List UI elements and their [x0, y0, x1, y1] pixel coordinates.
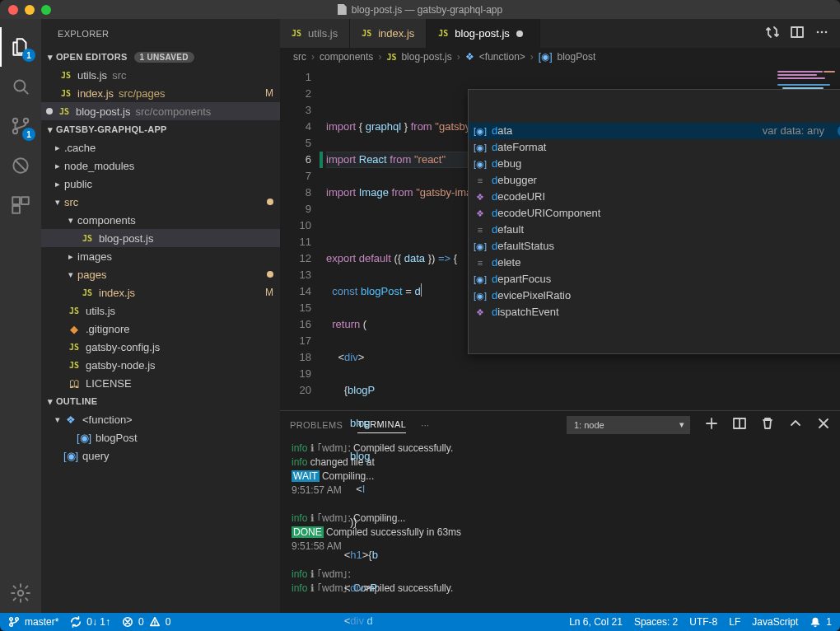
- symbol-variable-icon: [◉]: [64, 449, 77, 462]
- project-header[interactable]: ▾ GATSBY-GRAPHQL-APP: [41, 120, 280, 138]
- file-item[interactable]: JSgatsby-node.js: [41, 356, 280, 374]
- file-item[interactable]: JSutils.js: [41, 301, 280, 320]
- editor-tab[interactable]: JSutils.js: [280, 19, 350, 48]
- outline-item[interactable]: ▾❖<function>: [41, 410, 280, 428]
- tab-label: utils.js: [308, 27, 338, 40]
- activity-explorer[interactable]: 1: [0, 27, 41, 67]
- svg-point-11: [821, 30, 824, 33]
- svg-rect-7: [12, 206, 20, 213]
- git-branch-icon: [8, 616, 20, 628]
- file-item[interactable]: 🕮LICENSE: [41, 374, 280, 392]
- open-editor-path: src: [112, 69, 126, 82]
- js-file-icon: JS: [59, 86, 72, 100]
- file-icon: [338, 4, 347, 15]
- file-label: blog-post.js: [99, 232, 273, 245]
- folder-item[interactable]: ▾components: [41, 211, 280, 229]
- activity-settings[interactable]: [0, 573, 41, 613]
- open-editor-item[interactable]: JS index.jssrc/pages M: [41, 84, 280, 102]
- breadcrumb-item[interactable]: src: [293, 51, 306, 63]
- status-git-branch[interactable]: master*: [8, 616, 58, 628]
- activity-scm[interactable]: 1: [0, 106, 41, 146]
- suggest-item[interactable]: ❖decodeURI: [469, 189, 840, 205]
- suggest-item[interactable]: [◉]dateFormat: [469, 139, 840, 156]
- status-warnings: 0: [166, 616, 171, 628]
- suggest-item[interactable]: ❖decodeURIComponent: [469, 205, 840, 222]
- breadcrumb-item[interactable]: blogPost: [558, 51, 596, 63]
- breadcrumb-item[interactable]: blog-post.js: [401, 51, 451, 63]
- js-file-icon: JS: [58, 105, 71, 118]
- status-problems[interactable]: 0 0: [122, 616, 170, 628]
- folder-item[interactable]: ▸public: [41, 175, 280, 193]
- js-file-icon: JS: [362, 29, 371, 38]
- suggest-item[interactable]: [◉]defaultStatus: [469, 238, 840, 255]
- suggest-item[interactable]: ≡delete: [469, 255, 840, 271]
- split-editor-icon[interactable]: [791, 26, 804, 42]
- chevron-down-icon: ▾: [53, 414, 63, 425]
- folder-label: .cache: [64, 142, 273, 154]
- open-editors-badge: 1 UNSAVED: [134, 52, 194, 63]
- compare-changes-icon[interactable]: [766, 26, 779, 42]
- open-editor-item[interactable]: JS blog-post.jssrc/components: [41, 102, 280, 120]
- warning-icon: [149, 616, 161, 628]
- svg-point-8: [18, 591, 24, 596]
- open-editors-header[interactable]: ▾ OPEN EDITORS 1 UNSAVED: [41, 48, 280, 66]
- folder-item[interactable]: ▸.cache: [41, 138, 280, 157]
- breadcrumbs[interactable]: src › components › JS blog-post.js › ❖ <…: [280, 48, 840, 66]
- suggest-item[interactable]: [◉]departFocus: [469, 271, 840, 287]
- open-editor-path: src/pages: [119, 87, 165, 100]
- outline-header[interactable]: ▾ OUTLINE: [41, 392, 280, 410]
- outline-item[interactable]: [◉]query: [41, 446, 280, 465]
- editor-tab[interactable]: JSindex.js: [350, 19, 427, 48]
- svg-rect-6: [21, 197, 29, 204]
- tab-label: index.js: [378, 27, 414, 40]
- file-label: LICENSE: [86, 377, 273, 390]
- symbol-variable-icon: [◉]: [474, 240, 487, 253]
- breadcrumb-item[interactable]: components: [320, 51, 373, 63]
- svg-point-10: [817, 30, 819, 33]
- suggest-label: dateFormat: [492, 139, 546, 156]
- folder-item[interactable]: ▾src: [41, 193, 280, 211]
- svg-rect-5: [12, 197, 20, 204]
- activity-search[interactable]: [0, 67, 41, 106]
- symbol-function-icon: ❖: [474, 190, 487, 203]
- project-label: GATSBY-GRAPHQL-APP: [56, 124, 167, 134]
- open-editor-item[interactable]: JS utils.jssrc: [41, 66, 280, 84]
- outline-tree: ▾❖<function> [◉]blogPost [◉]query: [41, 410, 280, 465]
- folder-item[interactable]: ▸images: [41, 247, 280, 265]
- editor-tab[interactable]: JSblog-post.js: [427, 19, 540, 48]
- code-content[interactable]: import { graphql } from "gatsby" import …: [326, 66, 840, 410]
- code-editor[interactable]: 1234567891011121314151617181920 import {…: [280, 66, 840, 410]
- activity-extensions[interactable]: [0, 185, 41, 225]
- suggest-item[interactable]: [◉]devicePixelRatio: [469, 287, 840, 304]
- suggest-item[interactable]: ❖dispatchEvent: [469, 304, 840, 320]
- suggest-label: decodeURI: [492, 189, 545, 205]
- chevron-right-icon: ▸: [53, 179, 63, 189]
- suggest-widget[interactable]: [◉]datavar data: anyi[◉]dateFormat[◉]deb…: [468, 89, 840, 354]
- chevron-down-icon: ▾: [66, 269, 76, 280]
- outline-item[interactable]: [◉]blogPost: [41, 428, 280, 446]
- file-label: utils.js: [86, 305, 273, 317]
- more-actions-icon[interactable]: [815, 26, 828, 42]
- suggest-item[interactable]: ≡default: [469, 222, 840, 238]
- symbol-keyword-icon: ≡: [474, 256, 487, 269]
- chevron-right-icon: ▸: [53, 143, 63, 153]
- folder-label: images: [77, 250, 273, 263]
- file-item[interactable]: JSgatsby-config.js: [41, 338, 280, 356]
- activity-debug[interactable]: [0, 146, 41, 185]
- open-editors-list: JS utils.jssrc JS index.jssrc/pages M JS…: [41, 66, 280, 120]
- modified-indicator: M: [265, 287, 273, 298]
- file-item[interactable]: JSblog-post.js: [41, 229, 280, 247]
- project-tree: ▸.cache ▸node_modules ▸public ▾src ▾comp…: [41, 138, 280, 392]
- status-errors: 0: [138, 616, 144, 628]
- file-item[interactable]: JSindex.jsM: [41, 283, 280, 301]
- folder-item[interactable]: ▸node_modules: [41, 157, 280, 175]
- suggest-item[interactable]: [◉]datavar data: anyi: [469, 123, 840, 139]
- unsaved-dot-icon: [516, 30, 523, 37]
- file-item[interactable]: ◆.gitignore: [41, 320, 280, 338]
- suggest-item[interactable]: ≡debugger: [469, 172, 840, 189]
- folder-item[interactable]: ▾pages: [41, 265, 280, 283]
- status-sync[interactable]: 0↓ 1↑: [70, 616, 110, 628]
- breadcrumb-item[interactable]: <function>: [479, 51, 525, 63]
- suggest-detail: var data: any: [763, 123, 828, 139]
- suggest-item[interactable]: [◉]debug: [469, 156, 840, 172]
